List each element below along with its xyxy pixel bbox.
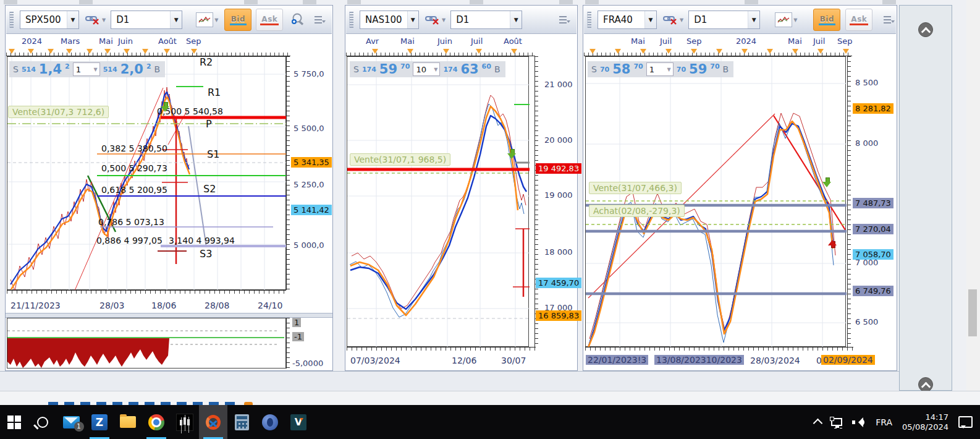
panel-splitter[interactable] (6, 313, 332, 318)
price-chart-nas100[interactable] (347, 56, 529, 347)
drag-grip-icon[interactable] (9, 12, 14, 28)
scrollbar-thumb[interactable] (968, 289, 977, 336)
collapse-up-button-bottom[interactable] (918, 377, 933, 392)
security-app-button[interactable] (256, 405, 284, 439)
symbol-select[interactable]: FRA40 ▼ (598, 11, 657, 29)
window-tab (79, 0, 93, 4)
timeframe-select[interactable]: D1 ▼ (688, 11, 760, 29)
action-center-icon[interactable] (958, 416, 973, 428)
x-tick: 12/06 (452, 356, 476, 365)
indicator-scale[interactable] (286, 318, 292, 369)
v-app-button[interactable] (284, 405, 313, 439)
time-ruler[interactable] (6, 49, 290, 56)
buy-size[interactable]: 514 (103, 66, 117, 74)
date-ruler[interactable] (7, 290, 286, 297)
vertical-scrollbar[interactable] (966, 0, 980, 405)
price-chart-fra40[interactable] (585, 56, 846, 347)
sell-stop-badge: 5 341,35 (291, 157, 332, 168)
sell-price[interactable]: 58 (612, 63, 630, 75)
zoom-in-icon[interactable] (290, 12, 306, 27)
chevron-down-icon[interactable]: ▼ (170, 11, 182, 28)
price-scale[interactable] (534, 56, 541, 347)
file-explorer-button[interactable] (114, 405, 142, 439)
trading-app-button[interactable] (171, 405, 199, 439)
pivot-s3-label: S3 (200, 248, 212, 260)
bid-button[interactable]: Bid (224, 9, 251, 31)
chevron-down-icon[interactable]: ▼ (680, 17, 683, 23)
chevron-down-icon[interactable]: ▼ (67, 11, 78, 28)
unlink-icon[interactable] (425, 14, 441, 26)
panel-menu-icon[interactable] (884, 15, 893, 24)
tray-expand-icon[interactable] (813, 419, 823, 428)
ask-label: Ask (260, 15, 279, 25)
snipping-tool-button[interactable] (199, 405, 227, 439)
sell-size[interactable]: 514 (22, 66, 36, 74)
bid-label: Bid (819, 15, 835, 25)
buy-size[interactable]: 70 (677, 66, 686, 74)
time-ruler[interactable] (346, 49, 535, 56)
chevron-down-icon[interactable]: ▼ (793, 17, 797, 23)
sell-price[interactable]: 59 (379, 63, 397, 75)
ask-button[interactable]: Ask (845, 9, 872, 31)
sell-price[interactable]: 1,4 (39, 63, 62, 75)
trendline-down[interactable] (774, 116, 845, 230)
chevron-down-icon[interactable]: ▼ (510, 11, 522, 28)
chevron-down-icon[interactable]: ▼ (442, 17, 446, 23)
mail-app-button[interactable]: 1 (57, 405, 85, 439)
chevron-down-icon[interactable]: ▼ (94, 67, 99, 72)
chart-type-icon[interactable] (775, 12, 792, 27)
time-ruler[interactable] (584, 49, 852, 56)
chevron-down-icon[interactable]: ▼ (667, 67, 673, 72)
buy-price[interactable]: 59 (689, 63, 707, 75)
speaker-icon[interactable] (852, 417, 866, 427)
open-position-buy-tag[interactable]: Achat(02/08,-279,3) (589, 205, 685, 217)
indicator-panel[interactable] (7, 318, 286, 369)
quantity-stepper[interactable]: 1▼ (73, 62, 100, 76)
month-label: Sep (686, 36, 702, 46)
drag-grip-icon[interactable] (587, 12, 591, 28)
chevron-down-icon[interactable]: ▼ (102, 17, 106, 23)
chevron-down-icon[interactable]: ▼ (748, 11, 759, 28)
timeframe-select[interactable]: D1 ▼ (450, 11, 522, 29)
unlink-icon[interactable] (85, 14, 101, 26)
symbol-select[interactable]: NAS100 ▼ (360, 11, 419, 29)
price-scale[interactable] (286, 56, 292, 290)
buy-price[interactable]: 63 (460, 63, 478, 75)
start-button[interactable] (0, 405, 28, 439)
price-chart-spx500[interactable] (7, 56, 286, 290)
calculator-button[interactable] (227, 405, 256, 439)
buy-price[interactable]: 2,0 (120, 63, 143, 75)
open-position-tag[interactable]: Vente(31/07,3 712,6) (8, 106, 109, 118)
timeframe-select[interactable]: D1 ▼ (111, 11, 182, 29)
chevron-down-icon[interactable]: ▼ (644, 11, 656, 28)
quantity-stepper[interactable]: 1▼ (646, 62, 674, 76)
ask-button[interactable]: Ask (256, 9, 283, 31)
date-ruler[interactable] (585, 347, 853, 354)
month-label: Août (504, 36, 522, 46)
open-position-tag[interactable]: Vente(31/07,1 968,5) (350, 153, 450, 166)
chevron-down-icon[interactable]: ▼ (407, 11, 418, 28)
open-position-sell-tag[interactable]: Vente(31/07,466,3) (589, 182, 682, 194)
network-icon[interactable] (831, 418, 842, 426)
language-indicator[interactable]: FRA (876, 417, 892, 427)
unlink-icon[interactable] (662, 14, 678, 26)
collapse-up-button[interactable] (918, 22, 933, 37)
sell-size[interactable]: 174 (362, 66, 376, 74)
panel-menu-icon[interactable] (559, 15, 569, 24)
date-ruler[interactable] (347, 347, 536, 354)
pivot-r1-label: R1 (208, 87, 221, 98)
sell-size[interactable]: 70 (600, 66, 609, 74)
bid-button[interactable]: Bid (813, 9, 840, 31)
chart-type-icon[interactable] (196, 12, 213, 27)
chrome-button[interactable] (142, 405, 171, 439)
quantity-stepper[interactable]: 10▼ (413, 62, 440, 76)
buy-size[interactable]: 174 (443, 66, 457, 74)
clock[interactable]: 14:17 05/08/2024 (902, 412, 948, 432)
drag-grip-icon[interactable] (349, 12, 353, 28)
search-button[interactable] (28, 405, 57, 439)
panel-menu-icon[interactable] (315, 15, 324, 24)
chevron-down-icon[interactable]: ▼ (434, 67, 439, 72)
symbol-select[interactable]: SPX500 ▼ (20, 11, 79, 29)
chevron-down-icon[interactable]: ▼ (214, 17, 218, 23)
z-app-button[interactable] (85, 405, 114, 439)
